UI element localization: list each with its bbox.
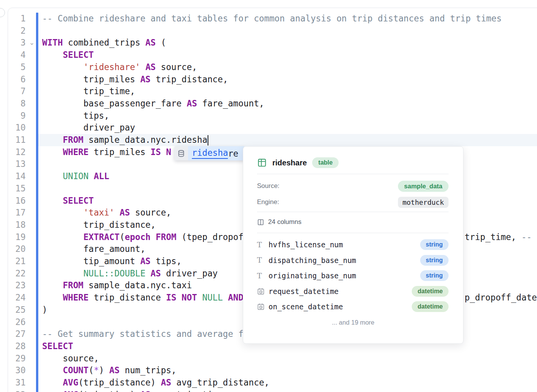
code-line[interactable]: FROM sample_data.nyc.ridesha [42,134,207,146]
code-line[interactable]: UNION ALL [42,170,109,183]
line-number[interactable]: 9 [8,110,26,122]
table-type-badge: table [312,157,339,168]
datetime-type-icon [257,287,265,295]
line-number[interactable]: 27 [8,328,26,340]
code-line[interactable]: ) [42,304,47,316]
divider [257,212,449,212]
database-icon [174,146,188,160]
table-info-card: rideshare table Source: sample_data Engi… [243,146,463,344]
more-columns-text: ... and 19 more [243,319,463,326]
line-number[interactable]: 25 [8,304,26,316]
code-line-fragment[interactable]: p_dropoff_datet [465,292,537,304]
code-line[interactable]: source, [42,353,99,365]
autocomplete-popup[interactable]: rideshare [174,146,245,160]
line-number[interactable]: 16 [8,195,26,207]
divider [257,233,449,233]
column-row: Tdispatching_base_numstring [257,254,449,266]
code-line[interactable]: SELECT [42,340,73,353]
column-name: originating_base_num [268,271,420,280]
source-label: Source: [257,182,280,190]
code-line[interactable]: driver_pay [42,122,135,134]
column-name: on_scene_datetime [268,302,412,311]
code-line-fragment[interactable]: trip_time, -- [465,231,532,243]
line-number[interactable]: 23 [8,279,26,292]
line-number[interactable]: 13 [8,158,26,170]
code-line[interactable]: -- Combine rideshare and taxi tables for… [42,13,502,25]
column-name: dispatching_base_num [268,256,420,265]
line-number[interactable]: 14 [8,170,26,183]
line-number[interactable]: 7 [8,85,26,98]
code-line[interactable]: -- Get summary statistics and average f [42,328,244,340]
line-number[interactable]: 6 [8,74,26,86]
column-type-badge: string [420,270,449,281]
code-line[interactable]: WITH combined_trips AS ( [42,37,166,49]
column-type-badge: string [420,255,449,266]
panel-collapse-button[interactable] [0,8,5,17]
line-number[interactable]: 24 [8,292,26,304]
line-number[interactable]: 3 [8,37,26,49]
code-line[interactable]: WHERE trip_distance IS NOT NULL AND [42,292,244,304]
code-line[interactable]: SELECT [42,49,94,61]
line-number[interactable]: 18 [8,219,26,231]
code-line[interactable]: FROM sample_data.nyc.taxi [42,279,192,292]
engine-label: Engine: [257,198,279,206]
autocomplete-rest-text: re [228,149,238,158]
line-number[interactable]: 26 [8,316,26,328]
column-row: on_scene_datetimedatetime [257,301,449,313]
line-number[interactable]: 19 [8,231,26,243]
line-number[interactable]: 2 [8,25,26,37]
column-type-badge: string [420,239,449,250]
code-line[interactable]: AVG(trip_distance) AS avg_trip_distance, [42,377,269,389]
line-number[interactable]: 20 [8,243,26,255]
column-name: request_datetime [268,287,412,296]
columns-summary: 24 columns [257,216,449,228]
line-number[interactable]: 4 [8,49,26,61]
code-line[interactable]: AVG(trip_time) AS avg_trip_time, [42,389,228,392]
table-card-header: rideshare table [257,156,449,170]
engine-row: Engine: motherduck [257,196,449,209]
code-line[interactable]: WHERE trip_miles IS N [42,146,171,158]
line-number[interactable]: 30 [8,364,26,377]
code-line[interactable]: SELECT [42,195,94,207]
line-number[interactable]: 32 [8,389,26,392]
line-number[interactable]: 29 [8,353,26,365]
line-number[interactable]: 15 [8,183,26,195]
source-value-badge: sample_data [398,181,449,192]
datetime-type-icon [257,303,265,310]
fold-chevron-icon[interactable]: ⌄ [28,37,35,49]
line-number[interactable]: 12 [8,146,26,158]
autocomplete-item-rideshare[interactable]: rideshare [188,146,245,160]
code-line[interactable]: NULL::DOUBLE AS driver_pay [42,268,218,280]
line-number[interactable]: 22 [8,268,26,280]
line-number[interactable]: 21 [8,255,26,268]
code-line[interactable]: fare_amount, [42,243,146,255]
code-line[interactable]: EXTRACT(epoch FROM (tpep_dropof [42,231,244,243]
code-line[interactable]: COUNT(*) AS num_trips, [42,364,177,377]
columns-icon [257,219,264,226]
line-number[interactable]: 28 [8,340,26,353]
code-line[interactable]: 'rideshare' AS source, [42,61,197,74]
line-number[interactable]: 11 [8,134,26,146]
autocomplete-match-text: ridesha [192,148,228,159]
text-type-icon: T [257,256,262,264]
code-line[interactable]: tips, [42,110,109,122]
divider [257,174,449,174]
line-number[interactable]: 31 [8,377,26,389]
code-line[interactable]: trip_miles AS trip_distance, [42,74,228,86]
code-line[interactable]: base_passenger_fare AS fare_amount, [42,98,264,110]
change-marker-bar [36,13,38,392]
line-number[interactable]: 17 [8,207,26,219]
column-row: Toriginating_base_numstring [257,270,449,282]
code-line[interactable]: trip_time, [42,85,135,98]
code-line[interactable]: tip_amount AS tips, [42,255,182,268]
code-line[interactable]: 'taxi' AS source, [42,207,171,219]
line-number[interactable]: 8 [8,98,26,110]
columns-summary-text: 24 columns [268,218,301,226]
code-line[interactable]: trip_distance, [42,219,156,231]
text-type-icon: T [257,241,262,248]
column-type-badge: datetime [412,286,449,297]
column-type-badge: datetime [412,301,449,312]
line-number[interactable]: 5 [8,61,26,74]
line-number[interactable]: 1 [8,13,26,25]
line-number[interactable]: 10 [8,122,26,134]
